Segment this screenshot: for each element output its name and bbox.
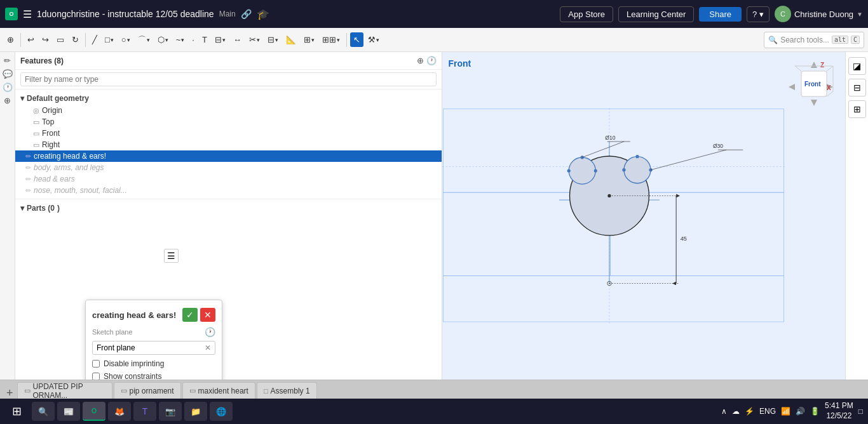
- search-shortcut: alt: [832, 36, 848, 44]
- tray-notification[interactable]: □: [858, 407, 863, 416]
- view-cube[interactable]: Z X Front: [785, 58, 836, 109]
- more-tools[interactable]: ⊞⊞ ▾: [319, 32, 343, 47]
- taskbar-camera[interactable]: 📷: [159, 402, 182, 421]
- section-view-btn[interactable]: ⊟: [848, 79, 866, 96]
- head-ears-item[interactable]: ✏ head & ears: [15, 173, 442, 185]
- measure-tool[interactable]: 📐: [283, 32, 299, 47]
- filter-input[interactable]: [20, 72, 437, 86]
- align-icon[interactable]: ☰: [164, 249, 179, 263]
- creating-head-ears-item[interactable]: ✏ creating head & ears!: [15, 150, 442, 162]
- comment-icon[interactable]: 💬: [3, 69, 13, 79]
- svg-point-13: [567, 169, 570, 172]
- toggle-visibility-btn[interactable]: ▭: [53, 32, 67, 47]
- sketch-plane-clear[interactable]: ✕: [205, 343, 211, 352]
- taskbar-explorer[interactable]: 📁: [184, 402, 207, 421]
- text-tool[interactable]: T: [199, 32, 210, 47]
- circle-tool[interactable]: ○ ▾: [118, 32, 133, 47]
- rotate-btn[interactable]: ↻: [69, 32, 82, 47]
- top-plane-item[interactable]: ▭ Top: [15, 116, 442, 128]
- tab-label-2: pip ornament: [130, 387, 174, 395]
- share-button[interactable]: Share: [699, 7, 742, 22]
- tray-battery[interactable]: 🔋: [810, 407, 820, 416]
- pattern-tool[interactable]: ⊞ ▾: [301, 32, 318, 47]
- taskbar-widgets[interactable]: 📰: [57, 402, 80, 421]
- arc-tool[interactable]: ⌒ ▾: [135, 32, 153, 48]
- tab-maxident-heart[interactable]: ▭ maxident heart: [182, 382, 255, 399]
- body-arms-legs-item[interactable]: ✏ body, arms, and legs: [15, 162, 442, 173]
- disable-imprinting-checkbox[interactable]: [92, 360, 100, 368]
- tray-volume[interactable]: 🔊: [796, 407, 805, 416]
- offset-tool[interactable]: ⊟ ▾: [212, 32, 229, 47]
- taskbar-firefox[interactable]: 🦊: [108, 402, 131, 421]
- search-tools[interactable]: 🔍 Search tools... alt C: [764, 32, 864, 48]
- plane-icon-3: ▭: [33, 141, 39, 149]
- add-feature-btn[interactable]: ⊕: [417, 56, 424, 65]
- redo-btn[interactable]: ↪: [39, 32, 52, 47]
- measure-btn[interactable]: ⚒ ▾: [365, 32, 383, 47]
- history-icon[interactable]: 🕐: [3, 83, 13, 92]
- point-tool[interactable]: ·: [189, 32, 198, 47]
- rectangle-tool[interactable]: □ ▾: [102, 32, 117, 47]
- svg-point-10: [569, 157, 595, 184]
- origin-item[interactable]: ◎ Origin: [15, 105, 442, 116]
- svg-marker-33: [811, 100, 817, 106]
- branch-label[interactable]: Main: [219, 10, 236, 18]
- taskbar-onshape[interactable]: O: [83, 402, 105, 421]
- sketch-cancel-button[interactable]: ✕: [200, 308, 215, 322]
- tray-time[interactable]: 5:41 PM 12/5/22: [825, 401, 853, 421]
- front-plane-item[interactable]: ▭ Front: [15, 128, 442, 139]
- top-bar: O ☰ 1duongchristine - instructable 12/05…: [0, 0, 868, 28]
- help-button[interactable]: ? ▾: [747, 6, 770, 22]
- tab-updated-pip[interactable]: ▭ UPDATED PIP ORNAM...: [17, 382, 112, 399]
- add-tab-button[interactable]: +: [4, 387, 16, 399]
- tray-cloud[interactable]: ☁: [732, 407, 740, 416]
- tray-language[interactable]: ENG: [759, 407, 776, 416]
- render-mode-btn[interactable]: ◪: [848, 57, 866, 75]
- show-constraints-checkbox[interactable]: [92, 373, 100, 380]
- disable-imprinting-label: Disable imprinting: [104, 359, 164, 368]
- sketch-clock-icon[interactable]: 🕐: [205, 327, 215, 337]
- default-geometry-group[interactable]: ▾ Default geometry: [15, 92, 442, 105]
- start-button[interactable]: ⊞: [5, 400, 28, 423]
- dimension-tool[interactable]: ↔: [230, 32, 245, 47]
- parts-group[interactable]: ▾ Parts (0 ): [15, 202, 442, 215]
- tab-pip-ornament[interactable]: ▭ pip ornament: [114, 382, 181, 399]
- tray-bluetooth[interactable]: ⚡: [745, 407, 754, 416]
- user-menu[interactable]: C Christine Duong ▼: [775, 6, 863, 22]
- trim-tool[interactable]: ✂ ▾: [246, 32, 263, 47]
- line-tool[interactable]: ╱: [89, 32, 100, 47]
- feature-clock-btn[interactable]: 🕐: [426, 56, 437, 65]
- tab-assembly1[interactable]: □ Assembly 1: [257, 382, 317, 399]
- user-chevron: ▼: [857, 11, 863, 18]
- tray-up-arrow[interactable]: ∧: [721, 407, 727, 416]
- spline-tool[interactable]: ~ ▾: [173, 32, 188, 47]
- canvas-area[interactable]: Front creating head & ears!: [442, 52, 869, 380]
- learning-center-button[interactable]: Learning Center: [618, 6, 694, 22]
- undo-btn[interactable]: ↩: [24, 32, 37, 47]
- select-tool[interactable]: ⊕: [4, 32, 17, 47]
- app-store-button[interactable]: App Store: [560, 6, 613, 22]
- sketch-plane-select[interactable]: Front plane ✕: [92, 341, 215, 355]
- sketch-icon-4: ✏: [25, 187, 31, 195]
- version-icon[interactable]: ⊕: [4, 96, 11, 105]
- hamburger-menu[interactable]: ☰: [23, 8, 32, 20]
- explode-btn[interactable]: ⊞: [848, 100, 866, 118]
- select-active-btn[interactable]: ↖: [350, 32, 363, 47]
- sketch-icon[interactable]: ✏: [4, 56, 11, 65]
- sketch-ok-button[interactable]: ✓: [182, 308, 198, 322]
- polygon-tool[interactable]: ⬡ ▾: [154, 32, 172, 47]
- tab-label-1: UPDATED PIP ORNAM...: [33, 382, 105, 399]
- link-icon[interactable]: 🔗: [241, 9, 252, 19]
- right-plane-item[interactable]: ▭ Right: [15, 139, 442, 150]
- mirror-tool[interactable]: ⊟ ▾: [264, 32, 281, 47]
- taskbar-teams[interactable]: T: [133, 402, 156, 421]
- graduate-icon[interactable]: 🎓: [257, 8, 269, 20]
- taskbar-search[interactable]: 🔍: [32, 402, 55, 421]
- nose-mouth-item[interactable]: ✏ nose, mouth, snout, facial...: [15, 185, 442, 196]
- tray-wifi[interactable]: 📶: [781, 407, 790, 416]
- sketch-icon-3: ✏: [25, 175, 31, 183]
- bottom-bar: + ▭ UPDATED PIP ORNAM... ▭ pip ornament …: [0, 380, 868, 399]
- svg-line-43: [827, 91, 833, 96]
- taskbar-chrome[interactable]: 🌐: [210, 402, 233, 421]
- svg-point-15: [635, 155, 639, 158]
